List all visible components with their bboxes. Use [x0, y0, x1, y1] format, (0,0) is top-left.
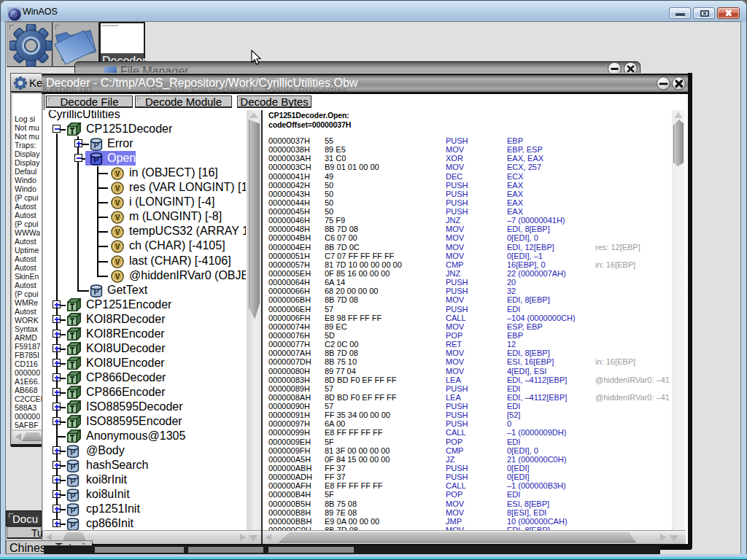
- svg-text:V: V: [115, 170, 120, 178]
- svg-text:V: V: [115, 273, 120, 281]
- svg-text:P: P: [93, 287, 98, 296]
- svg-text:P: P: [93, 141, 98, 149]
- svg-text:P: P: [70, 506, 75, 515]
- svg-text:P: P: [70, 491, 75, 500]
- svg-text:P: P: [70, 521, 75, 529]
- svg-text:V: V: [115, 243, 120, 251]
- svg-text:P: P: [93, 155, 98, 164]
- svg-text:V: V: [115, 258, 120, 266]
- svg-text:P: P: [70, 462, 75, 471]
- svg-text:V: V: [115, 228, 120, 236]
- svg-text:V: V: [115, 184, 120, 192]
- svg-text:V: V: [115, 214, 120, 222]
- svg-text:V: V: [115, 199, 120, 207]
- svg-text:P: P: [70, 477, 75, 486]
- svg-text:P: P: [70, 448, 75, 456]
